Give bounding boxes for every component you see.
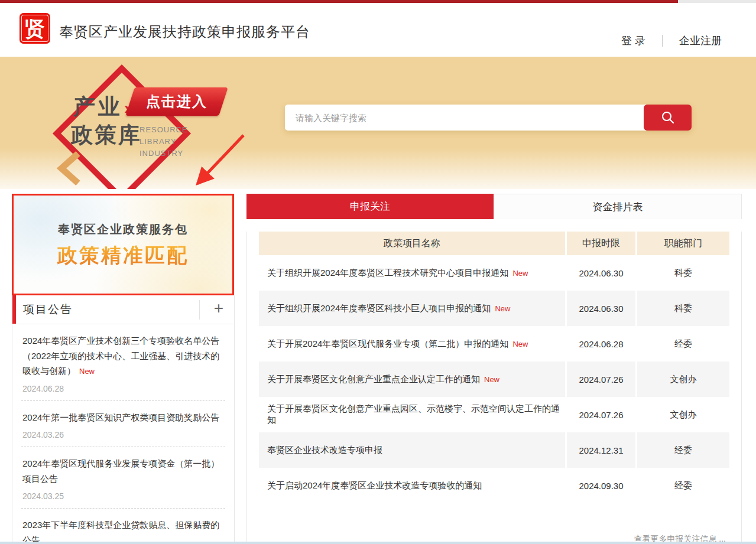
deadline-cell: 2024.06.28 [567,326,635,361]
department-cell: 经委 [637,468,729,503]
auth-links: 登 录 企业注册 [605,34,738,48]
deadline-cell: 2024.09.30 [567,468,635,503]
enter-library-button[interactable]: 点击进入 [125,87,228,116]
header-accent-bar [12,295,16,324]
table-row: 奉贤区企业技术改造专项申报 2024.12.31 经委 [259,432,729,468]
promo-line-2: 政策精准匹配 [14,242,232,269]
tab-application-focus[interactable]: 申报关注 [246,194,494,219]
deadline-cell: 2024.12.31 [567,432,635,468]
table-row: 关于开展奉贤区文化创意产业重点企业认定工作的通知New 2024.07.26 文… [259,361,729,397]
policy-name-link[interactable]: 奉贤区企业技术改造专项申报 [259,432,565,468]
login-link[interactable]: 登 录 [605,34,662,48]
policy-name-link[interactable]: 关于开展奉贤区文化创意产业重点企业认定工作的通知New [259,361,565,397]
column-header-policy-name: 政策项目名称 [259,232,565,255]
policy-library-en-subtitle: RESOURCE LIBRARY INDUSTRY [139,124,223,159]
site-title: 奉贤区产业发展扶持政策申报服务平台 [59,22,310,41]
announcement-item[interactable]: 2024年奉贤区产业技术创新三个专项验收名单公告（2022年立项的技术中心、工业… [21,324,225,401]
department-cell: 科委 [637,255,729,291]
site-header: 贤 奉贤区产业发展扶持政策申报服务平台 登 录 企业注册 [0,3,756,57]
announcements-list: 2024年奉贤区产业技术创新三个专项验收名单公告（2022年立项的技术中心、工业… [12,324,234,544]
table-row: 关于开展奉贤区文化创意产业重点园区、示范楼宇、示范空间认定工作的通知 2024.… [259,397,729,432]
next-section-edge [0,542,756,544]
policy-name-link[interactable]: 关于开展奉贤区文化创意产业重点园区、示范楼宇、示范空间认定工作的通知 [259,397,565,432]
policy-library-text-1: 产业 [73,92,123,122]
announcement-title: 2024年第一批奉贤区知识产权类项目资助奖励公告 [22,410,224,425]
site-seal-logo-icon: 贤 [20,13,50,44]
new-badge: New [512,269,528,278]
page: 关于本平台 贤 奉贤区产业发展扶持政策申报服务平台 登 录 企业注册 产业 » … [0,0,756,544]
column-header-department: 职能部门 [637,232,729,255]
column-header-deadline: 申报时限 [567,232,635,255]
announcement-item[interactable]: 2023年下半年度科技型企业贷款贴息、担保贴费的公告 2023.11.28 [21,509,225,544]
table-row: 关于启动2024年度奉贤区企业技术改造专项验收的通知 2024.09.30 经委 [259,468,729,503]
announcement-date: 2024.03.26 [22,430,224,439]
policy-match-promo-banner[interactable]: 奉贤区企业政策服务包 政策精准匹配 [12,194,234,295]
announcements-header: 项目公告 + [12,295,234,324]
table-header-row: 政策项目名称 申报时限 职能部门 [259,232,729,255]
header-divider [199,300,200,320]
new-badge: New [79,367,95,376]
department-cell: 文创办 [637,397,729,432]
panel-tabs: 申报关注 资金排片表 [246,194,742,219]
department-cell: 经委 [637,326,729,361]
policy-name-link[interactable]: 关于组织开展2024年度奉贤区工程技术研究中心项目申报通知New [259,255,565,291]
deadline-cell: 2024.06.30 [567,255,635,291]
expand-announcements-icon[interactable]: + [214,299,223,318]
department-cell: 科委 [637,291,729,326]
search-icon [660,110,676,125]
hero-banner: 产业 » 政策库 点击进入 RESOURCE LIBRARY INDUSTRY [0,57,756,189]
announcement-title: 2023年下半年度科技型企业贷款贴息、担保贴费的公告 [22,517,224,544]
promo-line-1: 奉贤区企业政策服务包 [14,221,232,237]
policy-library-logo[interactable]: 产业 » 政策库 点击进入 RESOURCE LIBRARY INDUSTRY [52,64,223,189]
policy-library-text-2: 政策库 [71,120,142,150]
register-link[interactable]: 企业注册 [663,34,738,48]
announcement-item[interactable]: 2024年奉贤区现代服务业发展专项资金（第一批）项目公告 2024.03.25 [21,447,225,509]
table-row: 关于组织开展2024年度奉贤区科技小巨人项目申报的通知New 2024.06.3… [259,291,729,326]
announcement-title: 2024年奉贤区产业技术创新三个专项验收名单公告（2022年立项的技术中心、工业… [22,333,224,379]
search-input[interactable] [285,105,646,131]
policy-name-link[interactable]: 关于组织开展2024年度奉贤区科技小巨人项目申报的通知New [259,291,565,326]
announcement-date: 2024.06.28 [22,384,224,393]
application-focus-panel: 申报关注 资金排片表 政策项目名称 申报时限 职能部门 关于组织开展2024年度… [246,194,742,542]
new-badge: New [512,340,528,348]
department-cell: 文创办 [637,361,729,397]
deadline-cell: 2024.06.30 [567,291,635,326]
search-button[interactable] [644,105,692,131]
application-focus-table: 政策项目名称 申报时限 职能部门 关于组织开展2024年度奉贤区工程技术研究中心… [246,232,742,544]
announcement-date: 2024.03.25 [22,491,224,501]
tab-funding-schedule[interactable]: 资金排片表 [494,194,742,219]
announcement-item[interactable]: 2024年第一批奉贤区知识产权类项目资助奖励公告 2024.03.26 [21,401,225,448]
new-badge: New [484,375,499,384]
announcements-title: 项目公告 [23,302,73,317]
policy-name-link[interactable]: 关于开展2024年奉贤区现代服务业专项（第二批）申报的通知New [259,326,565,361]
table-row: 关于开展2024年奉贤区现代服务业专项（第二批）申报的通知New 2024.06… [259,326,729,361]
policy-name-link[interactable]: 关于启动2024年度奉贤区企业技术改造专项验收的通知 [259,468,565,503]
search-bar [285,105,692,131]
deadline-cell: 2024.07.26 [567,361,635,397]
project-announcements-panel: 项目公告 + 2024年奉贤区产业技术创新三个专项验收名单公告（2022年立项的… [12,295,235,544]
table-row: 关于组织开展2024年度奉贤区工程技术研究中心项目申报通知New 2024.06… [259,255,729,291]
deadline-cell: 2024.07.26 [567,397,635,432]
new-badge: New [495,304,510,313]
announcement-title: 2024年奉贤区现代服务业发展专项资金（第一批）项目公告 [22,456,224,486]
department-cell: 经委 [637,432,729,468]
